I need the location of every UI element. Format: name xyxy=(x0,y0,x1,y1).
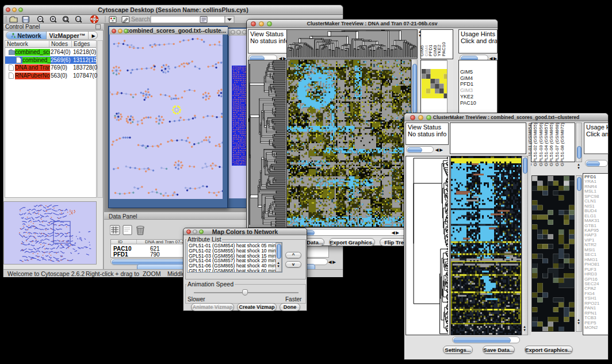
svg-text:1:1: 1:1 xyxy=(76,18,81,21)
svg-text:Search:: Search: xyxy=(131,16,152,22)
